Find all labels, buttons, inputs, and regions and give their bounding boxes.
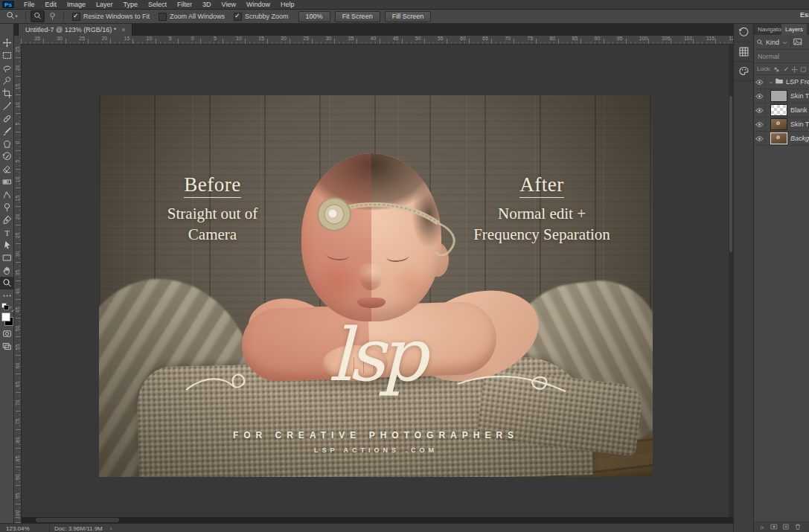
default-colors-control[interactable] [0, 302, 13, 310]
status-options-chevron[interactable]: › [110, 525, 112, 532]
menu-file[interactable]: File [19, 0, 40, 9]
hruler-label: 15 [258, 36, 264, 41]
screen-mode-button[interactable] [0, 340, 13, 353]
vruler-label: 80 [15, 436, 20, 445]
workspace-switcher[interactable]: Ess [800, 11, 809, 19]
quick-mask-button[interactable] [0, 327, 13, 340]
checkbox-box[interactable] [159, 13, 167, 21]
menu-type[interactable]: Type [118, 0, 144, 9]
horizontal-scrollbar-thumb[interactable] [36, 518, 119, 522]
tab-layers[interactable]: Layers [781, 23, 807, 35]
layer-visibility-toggle[interactable] [754, 132, 766, 145]
layer-thumbnail[interactable] [770, 90, 787, 102]
menu-help[interactable]: Help [275, 0, 300, 9]
zoom-tool-preset[interactable]: ▾ [2, 11, 22, 22]
rectangle-tool[interactable] [0, 251, 13, 264]
checkbox-scrubby-zoom[interactable]: Scrubby Zoom [234, 13, 289, 21]
dodge-tool[interactable] [0, 201, 13, 214]
menu-view[interactable]: View [217, 0, 241, 9]
layer-visibility-toggle[interactable] [754, 118, 766, 131]
eye-icon [755, 106, 764, 115]
status-zoom-level[interactable]: 123.04% [6, 525, 45, 532]
vertical-scrollbar-thumb[interactable] [729, 96, 732, 252]
zoom-in-button[interactable] [31, 10, 45, 22]
move-tool[interactable] [0, 36, 13, 49]
lock-move[interactable] [791, 63, 798, 76]
history-brush-tool[interactable] [0, 150, 13, 163]
spot-healing-brush-tool[interactable] [0, 112, 13, 125]
horizontal-ruler[interactable]: 4035302520151050510152025303540455055606… [21, 36, 733, 45]
blend-mode-row[interactable]: Normal [754, 50, 809, 63]
menu-window[interactable]: Window [241, 0, 275, 9]
crop-tool[interactable] [0, 87, 13, 100]
layer-visibility-toggle[interactable] [754, 103, 766, 117]
layer-row[interactable]: Background [754, 132, 809, 146]
smudge-tool[interactable] [0, 188, 13, 201]
transparency-icon [773, 66, 780, 73]
pen-tool[interactable] [0, 214, 13, 226]
tab-navigator[interactable]: Navigator [754, 23, 781, 35]
group-expand-chevron[interactable] [768, 75, 774, 89]
type-tool[interactable]: T [0, 226, 13, 239]
path-selection-tool[interactable] [0, 239, 13, 251]
eye-icon [755, 92, 764, 100]
checkbox-box[interactable] [234, 13, 242, 21]
fit-screen-button[interactable]: Fit Screen [335, 11, 380, 22]
rectangular-marquee-tool[interactable] [0, 49, 13, 62]
edit-toolbar-ellipsis[interactable] [0, 289, 13, 302]
layers-filter-row[interactable]: Kind [754, 35, 809, 50]
horizontal-scrollbar[interactable] [0, 517, 733, 523]
menu-select[interactable]: Select [143, 0, 172, 9]
foreground-color-swatch[interactable] [1, 313, 10, 321]
color-icon [738, 65, 749, 77]
menu-edit[interactable]: Edit [40, 0, 63, 9]
menu-items: FileEditImageLayerTypeSelectFilter3DView… [19, 0, 300, 9]
crop-icon [2, 89, 12, 98]
eyedropper-tool[interactable] [0, 100, 13, 112]
vertical-ruler[interactable]: 2520151050510152025303540455055606570758… [13, 44, 22, 523]
layer-visibility-toggle[interactable] [754, 89, 766, 103]
layer-row[interactable]: Skin T [754, 118, 809, 132]
document-image[interactable]: Before Straight out of Camera After Norm… [99, 95, 653, 477]
mask-button[interactable] [770, 523, 778, 532]
zoom-tool[interactable] [0, 277, 13, 289]
lasso-tool[interactable] [0, 62, 13, 74]
document-tab[interactable]: Untitled-7 @ 123% (RGB/16) * × [18, 23, 132, 36]
menu-image[interactable]: Image [62, 0, 91, 9]
layer-visibility-toggle[interactable] [754, 75, 766, 89]
layer-thumbnail[interactable] [770, 118, 787, 130]
layer-row[interactable]: Blank [754, 103, 809, 118]
hand-tool[interactable] [0, 264, 13, 277]
lock-transparency[interactable] [773, 63, 780, 76]
checkbox-zoom-all-windows[interactable]: Zoom All Windows [159, 13, 225, 21]
eraser-tool[interactable] [0, 163, 13, 176]
layer-row[interactable]: LSP Freque [754, 75, 809, 89]
close-tab-icon[interactable]: × [121, 26, 125, 33]
lock-paint[interactable] [782, 63, 789, 76]
zoom-out-button[interactable] [46, 11, 59, 22]
trash-button[interactable] [794, 523, 802, 532]
layer-thumbnail[interactable] [770, 132, 787, 144]
checkbox-box[interactable] [72, 13, 80, 21]
lock-artboard[interactable] [800, 63, 807, 76]
100%-button[interactable]: 100% [298, 11, 330, 22]
gradient-tool[interactable] [0, 176, 13, 188]
menu-layer[interactable]: Layer [91, 0, 118, 9]
swatches-panel-button[interactable] [734, 42, 753, 62]
brush-tool[interactable] [0, 125, 13, 138]
menu-3d[interactable]: 3D [197, 0, 217, 9]
clone-stamp-tool[interactable] [0, 138, 13, 150]
history-panel-button[interactable] [734, 23, 753, 42]
fill-screen-button[interactable]: Fill Screen [385, 11, 432, 22]
new-layer-button[interactable] [782, 523, 790, 532]
path-selection-icon [2, 240, 12, 250]
canvas-area[interactable]: Before Straight out of Camera After Norm… [21, 44, 733, 517]
fx-button[interactable]: fx [758, 523, 766, 532]
menu-filter[interactable]: Filter [172, 0, 197, 9]
quick-selection-tool[interactable] [0, 74, 13, 87]
color-swatches [0, 311, 13, 327]
checkbox-resize-windows-to-fit[interactable]: Resize Windows to Fit [72, 13, 150, 21]
layer-row[interactable]: Skin T [754, 89, 809, 103]
color-panel-button[interactable] [734, 62, 753, 81]
layer-thumbnail[interactable] [770, 104, 787, 116]
